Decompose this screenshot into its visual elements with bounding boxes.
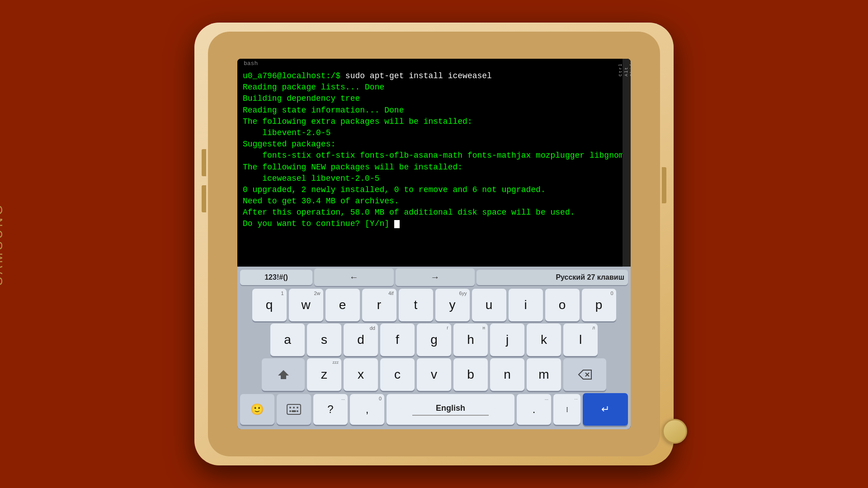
term-line-9: The following NEW packages will be insta… bbox=[243, 162, 625, 173]
keyboard-bottom-row: 🙂 ?... ,0 English .... ⁞... bbox=[240, 393, 628, 426]
spacebar[interactable]: English bbox=[387, 394, 514, 425]
term-line-4: Reading state information... Done bbox=[243, 105, 625, 116]
keyboard-row-1: q1 w2w e r4if t y6уу u i o p0 bbox=[240, 289, 628, 321]
keyboard-row-2: a s ddd f gг hн j k lл bbox=[240, 324, 628, 356]
key-j[interactable]: j bbox=[490, 324, 524, 356]
term-line-13: After this operation, 58.0 MB of additio… bbox=[243, 207, 625, 218]
terminal-area[interactable]: CtrlAltShift bash u0_a796@localhost:/$ s… bbox=[237, 59, 631, 267]
term-line-2: Reading package lists... Done bbox=[243, 82, 625, 93]
key-s[interactable]: s bbox=[307, 324, 341, 356]
svg-rect-3 bbox=[287, 404, 301, 414]
key-v[interactable]: v bbox=[417, 358, 451, 391]
key-y[interactable]: y6уу bbox=[435, 289, 470, 321]
svg-point-6 bbox=[297, 407, 298, 408]
key-d[interactable]: ddd bbox=[344, 324, 378, 356]
key-w[interactable]: w2w bbox=[289, 289, 323, 321]
key-f[interactable]: f bbox=[380, 324, 415, 356]
key-comma[interactable]: ,0 bbox=[350, 394, 384, 425]
svg-marker-0 bbox=[278, 370, 289, 379]
key-o[interactable]: o bbox=[545, 289, 580, 321]
terminal-output: u0_a796@localhost:/$ sudo apt-get instal… bbox=[243, 70, 625, 230]
key-e[interactable]: e bbox=[326, 289, 360, 321]
term-line-6: libevent-2.0-5 bbox=[243, 127, 625, 139]
svg-point-5 bbox=[293, 407, 295, 408]
key-t[interactable]: t bbox=[399, 289, 433, 321]
term-line-5: The following extra packages will be ins… bbox=[243, 116, 625, 127]
term-line-10: iceweasel libevent-2.0-5 bbox=[243, 173, 625, 184]
power-button[interactable] bbox=[662, 167, 666, 203]
volume-up-button[interactable] bbox=[202, 149, 206, 176]
key-q[interactable]: q1 bbox=[252, 289, 287, 321]
phone-device: SAMSUNG CtrlAltShift bash u0_a796@localh… bbox=[194, 23, 674, 465]
term-line-1: u0_a796@localhost:/$ sudo apt-get instal… bbox=[243, 70, 625, 82]
arrow-right-button[interactable]: → bbox=[396, 268, 475, 286]
key-c[interactable]: c bbox=[380, 358, 415, 391]
term-line-8: fonts-stix otf-stix fonts-oflb-asana-mat… bbox=[243, 150, 625, 161]
keyboard-row-3: zzzz x c v b n m bbox=[240, 358, 628, 391]
shift-button[interactable] bbox=[262, 358, 305, 391]
key-x[interactable]: x bbox=[344, 358, 378, 391]
language-button[interactable]: Русский 27 клавиш bbox=[476, 270, 628, 285]
term-line-3: Building dependency tree bbox=[243, 93, 625, 104]
volume-down-button[interactable] bbox=[202, 185, 206, 212]
virtual-keyboard: 123!#() ← → Русский 27 клавиш q1 w2w e r… bbox=[237, 267, 631, 429]
key-h[interactable]: hн bbox=[453, 324, 488, 356]
key-b[interactable]: b bbox=[453, 358, 488, 391]
backspace-button[interactable] bbox=[563, 358, 606, 391]
keyboard-top-row: 123!#() ← → Русский 27 клавиш bbox=[240, 268, 628, 286]
term-line-12: Need to get 30.4 MB of archives. bbox=[243, 196, 625, 207]
keyboard-switch-button[interactable] bbox=[277, 394, 311, 425]
terminal-scrollbar[interactable]: CtrlAltShift bbox=[623, 59, 631, 267]
svg-point-4 bbox=[289, 407, 291, 408]
key-period[interactable]: .... bbox=[517, 394, 551, 425]
term-line-14: Do you want to continue? [Y/n] bbox=[243, 218, 625, 230]
home-button[interactable] bbox=[662, 419, 687, 444]
svg-point-9 bbox=[297, 410, 298, 412]
enter-button[interactable]: ↵ bbox=[583, 393, 628, 426]
key-i[interactable]: i bbox=[509, 289, 543, 321]
key-z[interactable]: zzzz bbox=[307, 358, 341, 391]
key-l[interactable]: lл bbox=[563, 324, 598, 356]
special-chars-button[interactable]: 123!#() bbox=[240, 270, 312, 285]
term-line-7: Suggested packages: bbox=[243, 139, 625, 150]
key-u[interactable]: u bbox=[472, 289, 506, 321]
terminal-title: bash bbox=[244, 60, 258, 68]
svg-rect-8 bbox=[292, 410, 296, 412]
phone-inner: SAMSUNG CtrlAltShift bash u0_a796@localh… bbox=[208, 32, 660, 456]
key-r[interactable]: r4if bbox=[362, 289, 396, 321]
arrow-left-button[interactable]: ← bbox=[314, 268, 394, 286]
key-g[interactable]: gг bbox=[417, 324, 451, 356]
key-a[interactable]: a bbox=[270, 324, 305, 356]
screen: CtrlAltShift bash u0_a796@localhost:/$ s… bbox=[237, 59, 631, 429]
key-p[interactable]: p0 bbox=[582, 289, 616, 321]
brand-label: SAMSUNG bbox=[0, 202, 5, 286]
term-line-11: 0 upgraded, 2 newly installed, 0 to remo… bbox=[243, 184, 625, 196]
svg-point-7 bbox=[289, 410, 291, 412]
key-n[interactable]: n bbox=[490, 358, 524, 391]
emoji-button[interactable]: 🙂 bbox=[240, 394, 274, 425]
key-k[interactable]: k bbox=[527, 324, 561, 356]
key-pipe[interactable]: ⁞... bbox=[553, 394, 580, 425]
key-question[interactable]: ?... bbox=[313, 394, 348, 425]
key-m[interactable]: m bbox=[527, 358, 561, 391]
